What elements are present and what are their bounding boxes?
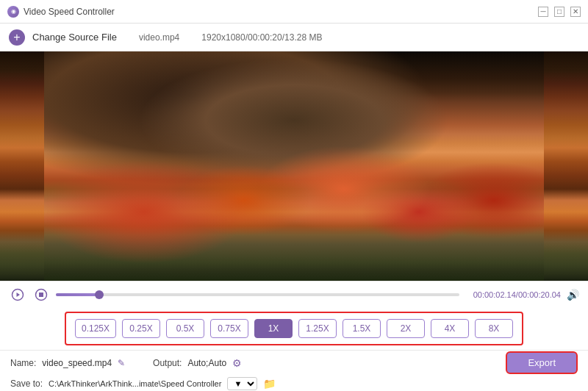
forest-layer (44, 51, 544, 281)
svg-rect-3 (39, 293, 43, 297)
output-settings-button[interactable]: ⚙ (232, 357, 242, 369)
bottom-bar: Name: video_speed.mp4 ✎ Output: Auto;Aut… (0, 350, 588, 391)
output-value: Auto;Auto (187, 358, 226, 368)
speed-btn-1_25X[interactable]: 1.25X (298, 319, 337, 338)
time-display: 00:00:02.14/00:00:20.04 (465, 290, 561, 299)
minimize-button[interactable]: ─ (538, 7, 548, 17)
stop-button[interactable] (32, 286, 50, 304)
save-to-label: Save to: (10, 379, 43, 389)
video-container (0, 51, 588, 281)
speed-btn-0_25X[interactable]: 0.25X (122, 319, 160, 338)
bottom-row-name: Name: video_speed.mp4 ✎ Output: Auto;Aut… (10, 351, 578, 374)
speed-btn-8X[interactable]: 8X (475, 319, 513, 338)
title-bar-left: ◉ Video Speed Controller (7, 6, 115, 18)
edit-name-icon[interactable]: ✎ (118, 358, 125, 368)
output-label: Output: (153, 358, 182, 368)
svg-marker-1 (17, 293, 21, 297)
app-icon: ◉ (7, 6, 19, 18)
file-name: video.mp4 (139, 32, 179, 43)
current-time: 00:00:02.14 (473, 290, 516, 299)
title-bar: ◉ Video Speed Controller ─ □ ✕ (0, 0, 588, 24)
browse-folder-button[interactable]: 📁 (263, 378, 276, 390)
speed-btn-1X[interactable]: 1X (254, 319, 293, 338)
bottom-row-save: Save to: C:\ArkThinker\ArkThink...imate\… (10, 377, 578, 390)
progress-bar[interactable] (56, 293, 459, 296)
speed-btn-2X[interactable]: 2X (387, 319, 425, 338)
speed-btn-0_75X[interactable]: 0.75X (210, 319, 248, 338)
speed-btn-0_125X[interactable]: 0.125X (75, 319, 116, 338)
total-time: 00:00:20.04 (518, 290, 561, 299)
speed-btn-4X[interactable]: 4X (431, 319, 469, 338)
maximize-button[interactable]: □ (554, 7, 564, 17)
change-source-label: Change Source File (32, 32, 117, 43)
speed-section: 0.125X0.25X0.5X0.75X1X1.25X1.5X2X4X8X (65, 312, 523, 345)
add-source-button[interactable]: + (9, 29, 25, 46)
progress-thumb[interactable] (95, 290, 104, 299)
speed-buttons-group: 0.125X0.25X0.5X0.75X1X1.25X1.5X2X4X8X (75, 319, 513, 338)
video-frame (0, 51, 588, 281)
volume-button[interactable]: 🔊 (567, 289, 579, 301)
path-dropdown[interactable]: ▼ (227, 377, 257, 390)
name-label: Name: (10, 358, 36, 368)
progress-fill (56, 293, 99, 296)
close-button[interactable]: ✕ (570, 7, 581, 17)
speed-btn-1_5X[interactable]: 1.5X (343, 319, 381, 338)
window-title: Video Speed Controller (24, 7, 115, 17)
file-meta: 1920x1080/00:00:20/13.28 MB (201, 32, 322, 43)
export-button[interactable]: Export (506, 351, 578, 374)
save-path: C:\ArkThinker\ArkThink...imate\Speed Con… (49, 379, 221, 388)
play-button[interactable] (9, 286, 26, 304)
speed-btn-0_5X[interactable]: 0.5X (166, 319, 204, 338)
file-output-name: video_speed.mp4 (42, 358, 112, 368)
controls-bar: 00:00:02.14/00:00:20.04 🔊 (0, 281, 588, 307)
video-preview (0, 51, 588, 281)
title-bar-controls: ─ □ ✕ (538, 7, 581, 17)
toolbar: + Change Source File video.mp4 1920x1080… (0, 24, 588, 51)
